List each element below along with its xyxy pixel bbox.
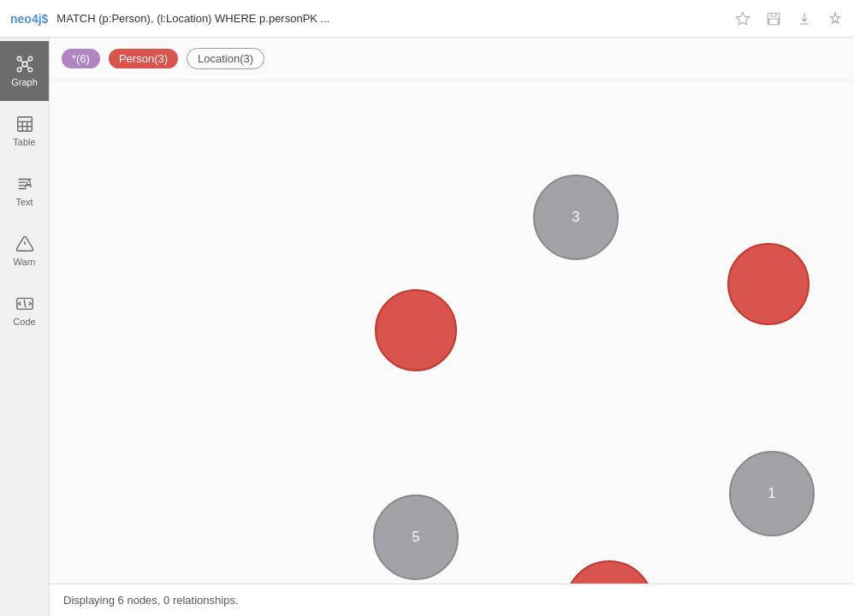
sidebar-item-table[interactable]: Table [0, 101, 49, 161]
code-icon [15, 294, 34, 313]
text-icon: A [15, 175, 34, 193]
sidebar-item-code[interactable]: Code [0, 281, 49, 341]
sidebar-warn-label: Warn [14, 257, 36, 267]
svg-line-20 [24, 299, 26, 307]
graph-canvas: 3 1 5 [50, 80, 854, 583]
svg-point-5 [17, 68, 21, 72]
svg-line-8 [26, 60, 28, 62]
query-text: MATCH (p:Person), (l:Location) WHERE p.p… [56, 12, 726, 25]
graph-icon [15, 55, 34, 74]
sidebar-item-graph[interactable]: Graph [0, 41, 49, 101]
graph-node-1[interactable]: 1 [729, 451, 815, 536]
sidebar-item-warn[interactable]: Warn [0, 221, 49, 281]
svg-line-10 [26, 66, 28, 68]
download-icon[interactable] [796, 10, 813, 27]
graph-node-5[interactable]: 5 [373, 495, 459, 580]
pin-icon[interactable] [827, 10, 844, 27]
node-label-5: 5 [412, 530, 420, 545]
filter-bar: *(6) Person(3) Location(3) [50, 38, 854, 80]
sidebar-graph-label: Graph [11, 77, 38, 87]
top-bar-actions [734, 10, 844, 27]
star-icon[interactable] [734, 10, 751, 27]
node-label-3: 3 [572, 210, 580, 225]
app-logo: neo4j$ [10, 12, 48, 26]
svg-text:A: A [24, 177, 33, 190]
svg-line-7 [21, 60, 23, 62]
content-area: *(6) Person(3) Location(3) 3 1 [50, 38, 854, 616]
sidebar-table-label: Table [13, 137, 35, 147]
table-icon [15, 115, 34, 133]
node-label-1: 1 [768, 486, 776, 501]
warn-icon [15, 234, 34, 253]
sidebar-code-label: Code [13, 317, 35, 327]
graph-node-red1[interactable] [727, 243, 810, 325]
graph-node-3[interactable]: 3 [533, 175, 619, 260]
badge-all[interactable]: *(6) [62, 49, 100, 68]
sidebar-item-text[interactable]: A Text [0, 161, 49, 221]
svg-marker-0 [737, 12, 750, 24]
svg-point-6 [28, 68, 33, 72]
status-text: Displaying 6 nodes, 0 relationships. [63, 594, 239, 607]
main-layout: Graph Table A Text [0, 38, 854, 616]
sidebar-text-label: Text [15, 197, 33, 207]
sidebar: Graph Table A Text [0, 38, 50, 616]
badge-location[interactable]: Location(3) [187, 48, 264, 69]
graph-node-red2[interactable] [375, 289, 457, 371]
top-bar: neo4j$ MATCH (p:Person), (l:Location) WH… [0, 0, 854, 38]
save-icon[interactable] [765, 10, 782, 27]
badge-person[interactable]: Person(3) [109, 49, 178, 68]
svg-point-4 [28, 56, 33, 61]
svg-rect-11 [17, 117, 32, 132]
status-bar: Displaying 6 nodes, 0 relationships. [50, 583, 854, 616]
svg-point-3 [17, 56, 21, 61]
svg-line-9 [21, 66, 23, 68]
